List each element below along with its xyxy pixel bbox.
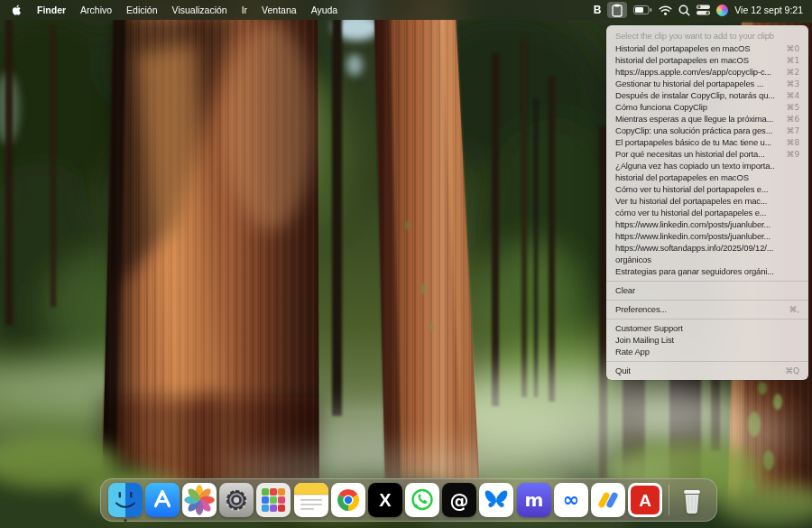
apple-menu-icon[interactable] [7,4,30,16]
dock-item-chrome[interactable] [331,483,365,517]
system-settings-icon [219,483,254,517]
dock-item-red-a[interactable]: A [628,483,662,517]
clip-shortcut: ⌘9 [787,150,799,159]
menu-bar-item-ayuda[interactable]: Ayuda [304,5,346,15]
clip-menu-item[interactable]: https://www.linkedin.com/posts/juanluber… [606,218,808,230]
clip-menu-item[interactable]: orgánicos [606,254,808,265]
control-center-icon[interactable] [697,2,710,18]
mastodon-glyph: m [524,489,543,511]
clip-label: https://www.softandapps.info/2025/09/12/… [615,243,773,253]
clip-shortcut: ⌘0 [787,44,799,53]
clip-label: Mientras esperas a que llegue la próxima… [615,114,773,124]
clip-menu-item[interactable]: cómo ver tu historial del portapapeles e… [606,207,808,218]
copyclip-clipboard-icon[interactable] [607,2,627,18]
menu-bar-item-archivo[interactable]: Archivo [73,5,119,15]
dock-item-trash[interactable] [675,483,709,517]
quit-menu-item[interactable]: Quit⌘Q [606,365,808,376]
clip-label: Por qué necesitas un historial del porta… [615,149,765,159]
customer-support-menu-item[interactable]: Customer Support [606,322,808,334]
clip-menu-item[interactable]: CopyClip: una solución práctica para ges… [606,125,808,136]
wifi-icon[interactable] [659,2,672,18]
dock-item-google-adsense[interactable] [591,483,625,517]
clip-menu-header: Select the clip you want to add to your … [606,29,808,42]
clip-menu-item[interactable]: Estrategias para ganar seguidores orgáni… [606,265,808,277]
dock-item-bluesky[interactable] [479,483,513,517]
clip-label: ¿Alguna vez has copiado un texto importa… [615,161,774,171]
threads-icon: @ [442,483,476,517]
clip-menu-item[interactable]: Historial del portapapeles en macOS⌘0 [606,42,808,54]
join-mailing-list-label: Join Mailing List [615,335,674,345]
clip-label: historial del portapapeles en macOS [615,55,749,65]
join-mailing-list-menu-item[interactable]: Join Mailing List [606,334,808,346]
clip-menu-item[interactable]: ¿Alguna vez has copiado un texto importa… [606,160,808,171]
spotlight-search-icon[interactable] [678,2,690,18]
clip-menu-item[interactable]: https://www.softandapps.info/2025/09/12/… [606,242,808,254]
clip-label: El portapapeles básico de tu Mac tiene u… [615,137,771,147]
clip-menu-item[interactable]: Por qué necesitas un historial del porta… [606,148,808,160]
rate-app-menu-item[interactable]: Rate App [606,346,808,357]
dock-item-whatsapp[interactable] [405,483,439,517]
menu-bar-item-ir[interactable]: Ir [235,5,254,15]
clip-menu-item[interactable]: Cómo ver tu historial del portapapeles e… [606,183,808,195]
menu-bar-clock[interactable]: Vie 12 sept 9:21 [734,5,805,15]
clip-label: Estrategias para ganar seguidores orgáni… [615,266,774,276]
menu-bar-status-area: B Vie 12 sept 9:21 [594,2,805,18]
dock-item-notes[interactable] [294,483,328,517]
dock-item-system-settings[interactable] [219,483,254,517]
menu-bar-item-edicion[interactable]: Edición [119,5,164,15]
menu-separator [606,281,808,282]
clip-shortcut: ⌘3 [787,79,799,88]
clip-menu-item[interactable]: historial del portapapeles en macOS [606,171,808,183]
preferences-shortcut: ⌘, [789,305,799,314]
preferences-label: Preferences... [615,304,667,314]
dock-item-x[interactable]: X [368,483,402,517]
clip-label: https://www.linkedin.com/posts/juanluber… [615,219,770,229]
clip-menu-item[interactable]: El portapapeles básico de tu Mac tiene u… [606,136,808,148]
meta-icon: ∞ [554,483,588,517]
clip-shortcut: ⌘5 [787,103,799,112]
clip-menu-item[interactable]: Mientras esperas a que llegue la próxima… [606,113,808,125]
clip-menu-header-label: Select the clip you want to add to your … [615,31,774,41]
menu-bar-item-ventana[interactable]: Ventana [254,5,304,15]
running-indicator [124,519,126,522]
notes-icon [294,483,328,517]
menu-bar: Finder Archivo Edición Visualización Ir … [0,0,812,20]
clip-menu-item[interactable]: Ver tu historial del portapapeles en mac… [606,195,808,207]
clip-menu-item[interactable]: https://apps.apple.com/es/app/copyclip-c… [606,66,808,78]
dock-item-photos[interactable] [182,483,217,517]
clip-menu-item[interactable]: Gestionar tu historial del portapapeles … [606,78,808,89]
siri-icon[interactable] [716,5,728,16]
clip-label: orgánicos [615,255,651,264]
clip-label: https://apps.apple.com/es/app/copyclip-c… [615,67,771,77]
dock-item-app-store[interactable] [145,483,180,517]
dock-item-launchpad[interactable] [256,483,291,517]
rate-app-label: Rate App [615,347,650,357]
clip-menu-item[interactable]: Cómo funciona CopyClip⌘5 [606,101,808,113]
clip-menu-item[interactable]: historial del portapapeles en macOS⌘1 [606,54,808,66]
finder-icon [108,483,143,517]
whatsapp-icon [405,483,439,517]
clip-menu-item[interactable]: Después de instalar CopyClip, notarás qu… [606,89,808,101]
menu-bar-item-visualizacion[interactable]: Visualización [165,5,235,15]
battery-icon[interactable] [633,2,652,18]
preferences-menu-item[interactable]: Preferences...⌘, [606,303,808,315]
clip-label: Después de instalar CopyClip, notarás qu… [615,90,774,100]
menu-extra-b-icon[interactable]: B [594,2,602,18]
x-glyph: X [379,490,392,510]
quit-shortcut: ⌘Q [785,366,799,375]
clip-shortcut: ⌘6 [787,115,799,124]
menu-separator [606,319,808,320]
menu-bar-item-finder[interactable]: Finder [30,5,73,15]
photos-icon [182,483,217,517]
clear-menu-item[interactable]: Clear [606,284,808,296]
clip-label: Historial del portapapeles en macOS [615,43,750,53]
clip-menu-item[interactable]: https://www.linkedin.com/posts/juanluber… [606,230,808,242]
dock-item-meta[interactable]: ∞ [554,483,588,517]
dock-item-finder[interactable] [108,483,143,517]
dock-item-threads[interactable]: @ [442,483,476,517]
dock-item-mastodon[interactable]: m [517,483,551,517]
mastodon-icon: m [517,483,551,517]
trash-icon [675,483,709,517]
clip-shortcut: ⌘8 [787,138,799,147]
clip-shortcut: ⌘2 [787,68,799,77]
